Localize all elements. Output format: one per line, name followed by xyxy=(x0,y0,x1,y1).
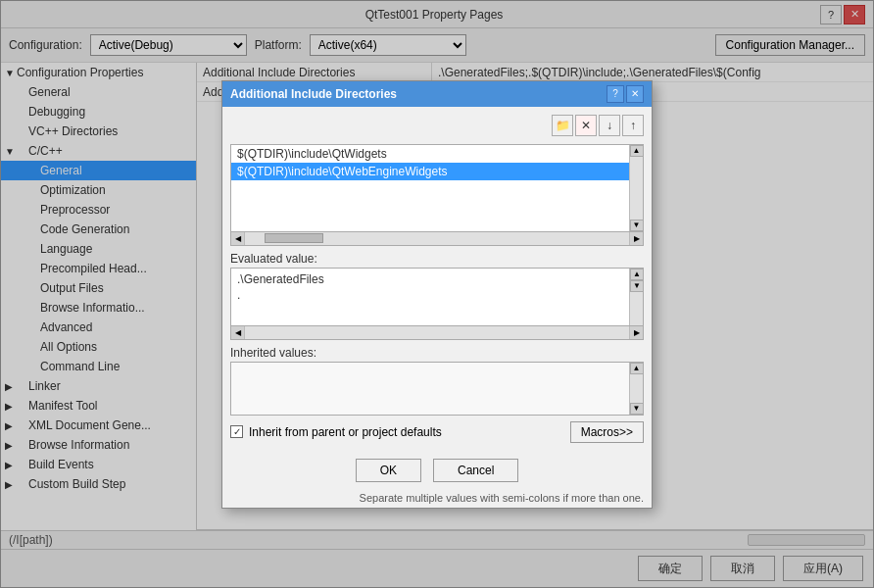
evaluated-box: .\GeneratedFiles . ▲ ▼ xyxy=(230,268,644,326)
scroll-thumb[interactable] xyxy=(265,233,323,243)
move-up-button[interactable]: ↑ xyxy=(622,115,644,136)
delete-button[interactable]: ✕ xyxy=(575,115,597,136)
dialog-body: 📁 ✕ ↓ ↑ $(QTDIR)\include\QtWidgets $(QTD… xyxy=(222,107,652,451)
modal-overlay: Additional Include Directories ? ✕ 📁 ✕ ↓… xyxy=(0,0,874,588)
move-down-button[interactable]: ↓ xyxy=(599,115,620,136)
inherit-label: Inherit from parent or project defaults xyxy=(249,425,442,439)
dialog-title-buttons: ? ✕ xyxy=(607,85,644,103)
additional-include-directories-dialog: Additional Include Directories ? ✕ 📁 ✕ ↓… xyxy=(221,80,653,509)
list-item[interactable]: $(QTDIR)\include\QtWidgets xyxy=(231,145,629,163)
dialog-title-bar: Additional Include Directories ? ✕ xyxy=(222,81,652,107)
vertical-scrollbar[interactable]: ▲ ▼ xyxy=(629,145,643,231)
dialog-toolbar: 📁 ✕ ↓ ↑ xyxy=(230,115,644,136)
macros-button[interactable]: Macros>> xyxy=(570,421,644,443)
hint-text: Separate multiple values with semi-colon… xyxy=(360,492,644,504)
inherited-box: ▲ ▼ xyxy=(230,362,644,416)
ok-button[interactable]: OK xyxy=(356,459,421,482)
dialog-close-button[interactable]: ✕ xyxy=(626,85,644,103)
eval-line-2: . xyxy=(237,287,623,303)
directory-list-container: $(QTDIR)\include\QtWidgets $(QTDIR)\incl… xyxy=(230,144,644,246)
scroll-track xyxy=(245,326,629,339)
checkmark-icon: ✓ xyxy=(233,426,241,437)
dialog-help-button[interactable]: ? xyxy=(607,85,624,103)
scroll-right-arrow[interactable]: ▶ xyxy=(629,326,643,339)
list-item[interactable]: $(QTDIR)\include\QtWebEngineWidgets xyxy=(231,163,629,180)
cancel-button[interactable]: Cancel xyxy=(433,459,518,482)
eval-horiz-scrollbar: ◀ ▶ xyxy=(230,326,644,340)
inherit-checkbox[interactable]: ✓ xyxy=(230,425,243,438)
inherited-label: Inherited values: xyxy=(230,346,644,360)
scroll-track xyxy=(245,232,629,245)
inherited-scrollbar[interactable]: ▲ ▼ xyxy=(629,363,643,415)
directory-list-wrapper: $(QTDIR)\include\QtWidgets $(QTDIR)\incl… xyxy=(230,144,644,232)
inherited-section: Inherited values: ▲ ▼ xyxy=(230,346,644,416)
scroll-up-arrow[interactable]: ▲ xyxy=(630,363,644,374)
evaluated-section: Evaluated value: .\GeneratedFiles . ▲ ▼ … xyxy=(230,252,644,340)
scroll-up-arrow[interactable]: ▲ xyxy=(630,269,644,280)
scroll-right-arrow[interactable]: ▶ xyxy=(629,232,643,245)
scroll-down-arrow[interactable]: ▼ xyxy=(630,403,644,415)
horizontal-scrollbar-wrapper: ◀ ▶ xyxy=(230,232,644,246)
evaluated-label: Evaluated value: xyxy=(230,252,644,266)
directory-list: $(QTDIR)\include\QtWidgets $(QTDIR)\incl… xyxy=(231,145,629,231)
inherit-row: ✓ Inherit from parent or project default… xyxy=(230,421,644,443)
scroll-left-arrow[interactable]: ◀ xyxy=(231,232,245,245)
eval-scrollbar[interactable]: ▲ ▼ xyxy=(629,269,643,325)
dialog-footer: OK Cancel xyxy=(222,451,652,490)
scroll-left-arrow[interactable]: ◀ xyxy=(231,326,245,339)
evaluated-value: .\GeneratedFiles . xyxy=(231,269,629,325)
scroll-up-arrow[interactable]: ▲ xyxy=(630,145,644,157)
scroll-down-arrow[interactable]: ▼ xyxy=(630,220,644,231)
add-folder-button[interactable]: 📁 xyxy=(552,115,573,136)
inherited-value xyxy=(231,363,629,415)
dialog-hint: Separate multiple values with semi-colon… xyxy=(222,490,652,508)
eval-line-1: .\GeneratedFiles xyxy=(237,271,623,287)
scroll-down-arrow[interactable]: ▼ xyxy=(630,280,644,292)
dialog-title: Additional Include Directories xyxy=(230,87,397,101)
